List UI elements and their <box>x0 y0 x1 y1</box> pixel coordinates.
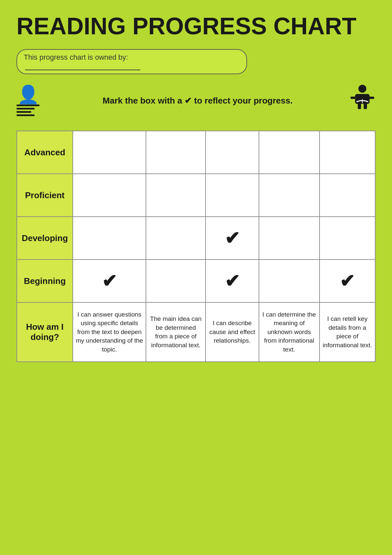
owner-label: This progress chart is owned by: <box>24 53 128 61</box>
cell-advanced-2[interactable] <box>146 131 206 174</box>
check-developing-3: ✔ <box>225 228 240 248</box>
cell-developing-4[interactable] <box>259 217 320 260</box>
cell-proficient-2[interactable] <box>146 174 206 217</box>
cell-advanced-4[interactable] <box>259 131 320 174</box>
check-beginning-1: ✔ <box>102 271 117 291</box>
check-beginning-5: ✔ <box>340 271 355 291</box>
mark-instruction: Mark the box with a ✔ to reflect your pr… <box>46 96 349 106</box>
cell-proficient-4[interactable] <box>259 174 320 217</box>
label-proficient: Proficient <box>17 174 73 217</box>
cell-advanced-1[interactable] <box>73 131 146 174</box>
cell-beginning-4[interactable] <box>259 260 320 302</box>
lines-icon <box>16 105 40 116</box>
desc-3: I can describe cause and effect relation… <box>206 302 259 362</box>
cell-proficient-5[interactable] <box>320 174 375 217</box>
reader-icon <box>349 84 376 117</box>
cell-proficient-1[interactable] <box>73 174 146 217</box>
cell-developing-3[interactable]: ✔ <box>206 217 259 260</box>
cell-proficient-3[interactable] <box>206 174 259 217</box>
desc-2: The main idea can be determined from a p… <box>146 302 206 362</box>
page-title: READING PROGRESS CHART <box>16 13 376 39</box>
owner-box: This progress chart is owned by: <box>16 49 247 74</box>
row-beginning: Beginning ✔ ✔ ✔ <box>17 260 375 302</box>
desc-1: I can answer questions using specific de… <box>73 302 146 362</box>
label-howami: How am I doing? <box>17 302 73 362</box>
row-advanced: Advanced <box>17 131 375 174</box>
svg-rect-6 <box>364 103 367 109</box>
svg-rect-3 <box>369 97 374 99</box>
cell-developing-1[interactable] <box>73 217 146 260</box>
cell-developing-5[interactable] <box>320 217 375 260</box>
cell-advanced-5[interactable] <box>320 131 375 174</box>
svg-point-0 <box>358 85 366 93</box>
label-developing: Developing <box>17 217 73 260</box>
row-developing: Developing ✔ <box>17 217 375 260</box>
cell-beginning-1[interactable]: ✔ <box>73 260 146 302</box>
cell-beginning-5[interactable]: ✔ <box>320 260 375 302</box>
cell-developing-2[interactable] <box>146 217 206 260</box>
row-proficient: Proficient <box>17 174 375 217</box>
svg-rect-2 <box>350 97 356 99</box>
cell-beginning-3[interactable]: ✔ <box>206 260 259 302</box>
cell-advanced-3[interactable] <box>206 131 259 174</box>
left-icon-area: 👤 <box>16 85 40 116</box>
cell-beginning-2[interactable] <box>146 260 206 302</box>
desc-5: I can retell key details from a piece of… <box>320 302 375 362</box>
row-howami: How am I doing? I can answer questions u… <box>17 302 375 362</box>
label-beginning: Beginning <box>17 260 73 302</box>
desc-4: I can determine the meaning of unknown w… <box>259 302 320 362</box>
progress-grid: Advanced Proficient Developing ✔ <box>16 131 376 362</box>
teacher-icon: 👤 <box>17 85 39 103</box>
check-beginning-3: ✔ <box>225 271 240 291</box>
svg-rect-5 <box>358 103 361 109</box>
label-advanced: Advanced <box>17 131 73 174</box>
